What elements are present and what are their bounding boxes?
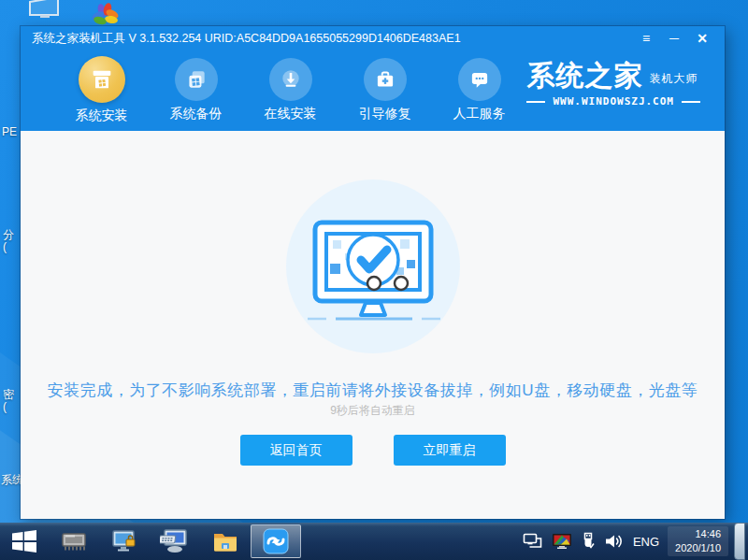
titlebar: 系统之家装机工具 V 3.1.532.254 URID:A5C84DD9A165… [21,26,725,50]
taskbar-item-onscreen-keyboard[interactable] [150,524,200,558]
taskbar-item-file-explorer[interactable] [200,524,251,558]
brand-logo: 系统之家 装机大师 WWW.WINDOWSZJ.COM [526,56,700,108]
window-controls: ≡ ─ ✕ [635,29,713,48]
display-color-icon[interactable] [552,533,572,550]
desktop-label-fragment: PE [2,126,17,138]
taskbar-item-remote-lock[interactable] [99,524,150,558]
nav-item-system-backup[interactable]: 系统备份 [149,56,243,122]
install-complete-message: 安装完成，为了不影响系统部署，重启前请将外接设备拔掉，例如U盘，移动硬盘，光盘等 [21,380,725,401]
clock[interactable]: 14:46 2020/1/10 [668,526,728,557]
taskbar: ENG 14:46 2020/1/10 [0,523,748,560]
support-chat-icon [458,58,501,101]
network-icon[interactable] [523,533,543,550]
keyboard-monitor-icon [160,528,190,554]
main-content: 安装完成，为了不影响系统部署，重启前请将外接设备拔掉，例如U盘，移动硬盘，光盘等… [21,131,725,519]
menu-button[interactable]: ≡ [635,29,657,48]
nav-item-label: 系统备份 [170,106,223,122]
volume-icon[interactable] [604,533,625,550]
nav-item-label: 引导修复 [359,106,411,122]
show-desktop-button[interactable] [734,523,745,560]
windows-logo-icon [11,529,37,553]
language-indicator[interactable]: ENG [633,535,659,549]
boot-repair-icon [364,58,407,101]
installer-window: 系统之家装机工具 V 3.1.532.254 URID:A5C84DD9A165… [21,26,725,519]
folder-icon [211,529,239,553]
back-home-button[interactable]: 返回首页 [240,435,352,466]
desktop-label-fragment: 密 ( [3,389,14,413]
clock-time: 14:46 [675,527,721,541]
nav-item-label: 人工服务 [453,106,506,122]
memory-chip-icon [60,529,88,553]
start-button[interactable] [0,523,49,560]
monitor-lock-icon [110,528,138,554]
restart-countdown: 9秒后将自动重启 [21,403,725,419]
system-backup-icon [175,58,218,101]
online-install-icon [269,58,312,101]
restart-now-button[interactable]: 立即重启 [394,435,506,466]
system-install-icon [79,56,125,103]
taskbar-item-memory-tool[interactable] [49,524,99,558]
nav-item-boot-repair[interactable]: 引导修复 [338,56,432,122]
close-button[interactable]: ✕ [691,29,713,48]
brand-title: 系统之家 [526,60,642,91]
action-buttons: 返回首页 立即重启 [21,435,725,466]
window-title: 系统之家装机工具 V 3.1.532.254 URID:A5C84DD9A165… [32,31,461,47]
brand-site: WWW.WINDOWSZJ.COM [526,95,700,108]
install-complete-illustration [280,178,467,368]
nav-item-online-install[interactable]: 在线安装 [243,56,338,122]
clock-date: 2020/1/10 [675,541,721,555]
system-tray: ENG 14:46 2020/1/10 [523,526,728,557]
minimize-button[interactable]: ─ [663,29,685,48]
nav-bar: 系统安装 系统备份 [21,50,725,131]
nav-item-support-service[interactable]: 人工服务 [432,56,526,122]
nav-item-system-install[interactable]: 系统安装 [54,56,149,124]
usb-device-icon[interactable] [581,532,596,551]
taskbar-item-installer-app[interactable] [251,524,301,558]
nav-item-label: 在线安装 [265,106,317,122]
nav-item-label: 系统安装 [76,108,128,124]
desktop-label-fragment: 分 ( [3,229,14,253]
installer-app-icon [262,527,290,555]
brand-subtitle: 装机大师 [649,71,698,91]
desktop-icon-computer[interactable] [26,0,64,24]
